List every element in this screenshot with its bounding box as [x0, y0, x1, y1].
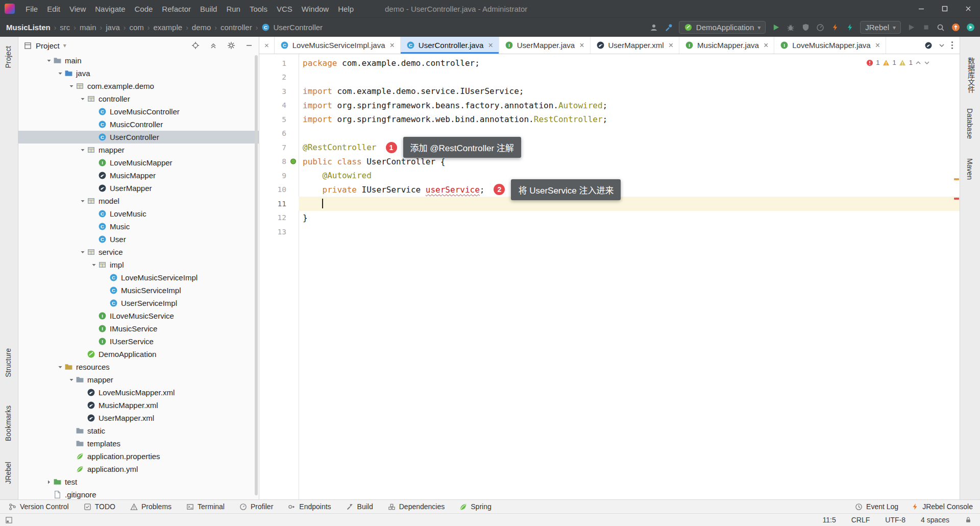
lock-icon[interactable] — [965, 516, 972, 523]
code-line-6[interactable]: 6 — [259, 127, 960, 141]
jrebel-selector[interactable]: JRebel ▾ — [860, 21, 901, 34]
tree-item-application-properties[interactable]: application.properties — [18, 450, 259, 463]
menu-build[interactable]: Build — [195, 5, 222, 13]
setup-wrench-icon[interactable] — [664, 23, 673, 32]
code-line-2[interactable]: 2 — [259, 70, 960, 85]
breadcrumb-project[interactable]: MusicListen — [6, 23, 51, 32]
minimize-button[interactable] — [910, 0, 933, 17]
tree-item-gitignore[interactable]: .gitignore — [18, 488, 259, 499]
gear-icon[interactable] — [227, 41, 236, 50]
editor-tab-usermapper-xml[interactable]: UserMapper.xml× — [591, 37, 680, 54]
project-panel-title[interactable]: Project — [36, 41, 60, 50]
toolwindow-button-version-control[interactable]: Version Control — [8, 503, 69, 511]
hide-panel-icon[interactable] — [244, 41, 254, 50]
tree-item-model[interactable]: model — [18, 195, 259, 207]
tool-stripe-bookmarks[interactable]: Bookmarks — [4, 405, 12, 441]
tree-item-resources[interactable]: resources — [18, 361, 259, 373]
tree-item-musicmapper[interactable]: MusicMapper — [18, 169, 259, 182]
tree-item-musicserviceimpl[interactable]: CMusicServiceImpl — [18, 284, 259, 297]
tool-stripe-project[interactable]: Project — [4, 46, 12, 68]
menu-navigate[interactable]: Navigate — [90, 5, 130, 13]
tree-item-lovemusic[interactable]: CLoveMusic — [18, 207, 259, 220]
breadcrumb-usercontroller[interactable]: CUserController — [261, 23, 323, 32]
editor-tab-lovemusicserviceimpl-java[interactable]: CLoveMusicServiceImpl.java× — [275, 37, 401, 54]
tool-stripe-structure[interactable]: Structure — [4, 348, 12, 377]
menu-code[interactable]: Code — [130, 5, 157, 13]
menu-edit[interactable]: Edit — [42, 5, 65, 13]
breadcrumb-java[interactable]: java — [106, 23, 120, 32]
breadcrumb-src[interactable]: src — [60, 23, 70, 32]
code-line-8[interactable]: 8public class UserController { — [259, 155, 960, 169]
user-icon[interactable] — [649, 23, 658, 32]
locate-file-icon[interactable] — [191, 41, 200, 50]
toolwindow-button-endpoints[interactable]: Endpoints — [287, 503, 331, 511]
close-icon[interactable]: × — [669, 41, 673, 50]
close-icon[interactable]: × — [875, 41, 880, 50]
breadcrumb-main[interactable]: main — [80, 23, 96, 32]
toolwindow-button-build[interactable]: Build — [346, 503, 373, 511]
tree-item-test[interactable]: test — [18, 475, 259, 488]
menu-tools[interactable]: Tools — [245, 5, 272, 13]
code-line-3[interactable]: 3import com.example.demo.service.IUserSe… — [259, 84, 960, 99]
tab-options-kebab-icon[interactable] — [951, 41, 953, 50]
menu-view[interactable]: View — [65, 5, 90, 13]
close-icon[interactable]: × — [764, 41, 768, 50]
spring-bean-icon[interactable] — [290, 158, 297, 165]
file-encoding[interactable]: UTF-8 — [885, 516, 905, 524]
tree-item-com-example-demo[interactable]: com.example.demo — [18, 80, 259, 92]
editor-tab-usercontroller-java[interactable]: CUserController.java× — [401, 37, 499, 54]
jrebel-debug-button[interactable] — [845, 23, 854, 32]
editor-tab-lovemusicmapper-java[interactable]: ILoveMusicMapper.java× — [774, 37, 886, 54]
code-line-1[interactable]: 1package com.example.demo.controller; — [259, 56, 960, 70]
jrebel-status-icon[interactable] — [966, 23, 975, 32]
editor-tab-usermapper-java[interactable]: IUserMapper.java× — [499, 37, 591, 54]
tree-item-music[interactable]: CMusic — [18, 220, 259, 233]
tree-item-static[interactable]: static — [18, 424, 259, 437]
chevron-down-icon[interactable]: ▾ — [63, 42, 66, 49]
stop-button-disabled[interactable] — [921, 23, 930, 32]
search-everywhere-icon[interactable] — [936, 23, 945, 32]
tree-item-ilovemusicservice[interactable]: IILoveMusicService — [18, 309, 259, 322]
scrolled-tab-close-icon[interactable]: × — [259, 37, 275, 54]
indent-style[interactable]: 4 spaces — [921, 516, 949, 524]
code-editor[interactable]: 1package com.example.demo.controller;23i… — [259, 54, 960, 499]
hidden-tabs-chevron-icon[interactable] — [939, 42, 945, 49]
tree-item-lovemusiccontroller[interactable]: CLoveMusicController — [18, 105, 259, 118]
toolwindow-button-todo[interactable]: TODO — [83, 503, 115, 511]
code-line-10[interactable]: 10 private IUserService userService;2将 U… — [259, 183, 960, 197]
code-line-13[interactable]: 13 — [259, 225, 960, 239]
tree-item-usermapper-xml[interactable]: UserMapper.xml — [18, 412, 259, 424]
toolwindow-button-dependencies[interactable]: Dependencies — [387, 503, 445, 511]
tree-item-usercontroller[interactable]: CUserController — [18, 131, 259, 144]
close-button[interactable] — [957, 0, 980, 17]
close-icon[interactable]: × — [390, 41, 395, 50]
coverage-button[interactable] — [801, 23, 810, 32]
tree-item-lovemusicmapper-xml[interactable]: LoveMusicMapper.xml — [18, 386, 259, 399]
error-stripe-mark[interactable] — [954, 198, 959, 200]
toolwindow-button-problems[interactable]: Problems — [130, 503, 172, 511]
close-icon[interactable]: × — [488, 41, 493, 50]
tree-item-userserviceimpl[interactable]: CUserServiceImpl — [18, 297, 259, 309]
project-scrollbar[interactable] — [255, 55, 258, 495]
toolwindow-button-terminal[interactable]: Terminal — [186, 503, 225, 511]
toolwindow-button-event-log[interactable]: Event Log — [854, 503, 898, 511]
tree-item-usermapper[interactable]: UserMapper — [18, 182, 259, 195]
tool-stripe-maven[interactable]: Maven — [966, 158, 974, 180]
tree-item-musicmapper-xml[interactable]: MusicMapper.xml — [18, 399, 259, 412]
menu-window[interactable]: Window — [297, 5, 333, 13]
caret-position[interactable]: 11:5 — [823, 516, 836, 524]
breadcrumb-com[interactable]: com — [129, 23, 143, 32]
menu-refactor[interactable]: Refactor — [157, 5, 195, 13]
tree-item-main[interactable]: main — [18, 54, 259, 67]
tree-item-templates[interactable]: templates — [18, 437, 259, 450]
rerun-button-disabled[interactable] — [906, 23, 916, 32]
tree-item-java[interactable]: java — [18, 67, 259, 80]
toolwindow-button-jrebel-console[interactable]: JRebel Console — [911, 503, 973, 511]
code-line-5[interactable]: 5import org.springframework.web.bind.ann… — [259, 112, 960, 127]
tree-item-imusicservice[interactable]: IIMusicService — [18, 322, 259, 335]
tree-item-application-yml[interactable]: application.yml — [18, 463, 259, 475]
tree-item-service[interactable]: service — [18, 246, 259, 258]
tree-item-mapper[interactable]: mapper — [18, 144, 259, 156]
menu-file[interactable]: File — [21, 5, 42, 13]
breadcrumb-example[interactable]: example — [153, 23, 182, 32]
